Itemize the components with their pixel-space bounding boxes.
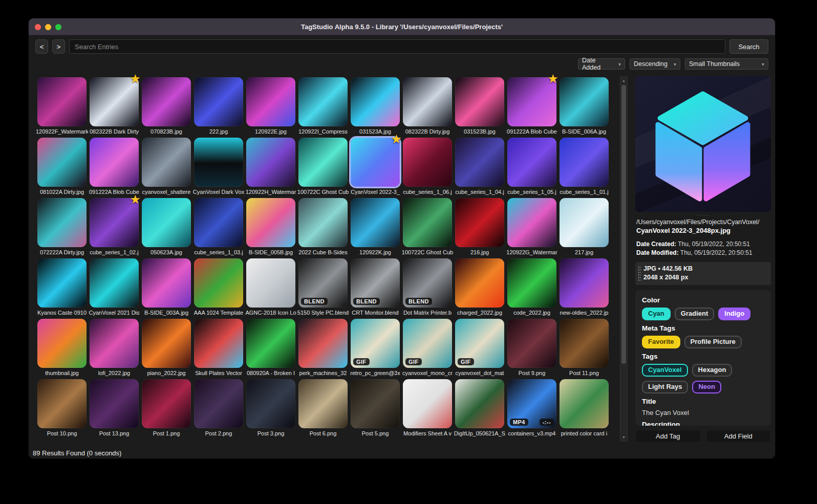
grid-item[interactable]: 081022A Dirty.jpg [37,138,87,198]
thumbnail-image[interactable] [560,198,609,247]
sort-by-dropdown[interactable]: Date Added ▾ [578,58,625,70]
grid-item[interactable]: ★cube_series_1_02.j [90,198,139,258]
grid-item[interactable]: code_2022.jpg [507,258,556,319]
scrollbar-thumb[interactable] [621,85,626,364]
search-button[interactable]: Search [729,39,768,54]
grid-item[interactable]: ★CyanVoxel 2022-3_ [351,138,400,198]
thumbnail-image[interactable] [246,138,295,187]
grid-item[interactable]: 082322B Dirty.jpg [403,77,452,138]
thumbnail-image[interactable] [455,379,504,428]
grid-item[interactable]: B-SIDE_005B.jpg [246,198,295,258]
thumbnail-image[interactable] [455,77,504,126]
thumbnail-image[interactable] [455,258,504,308]
grid-item[interactable]: AGNC-2018 Icon Lo [246,258,295,319]
grid-item[interactable]: cube_series_1_04.j [455,138,504,198]
thumbnail-image[interactable] [142,319,191,368]
grid-item[interactable]: 120922F_Watermark [37,77,87,138]
thumbnail-image[interactable] [298,319,348,368]
grid-item[interactable]: B-SIDE_003A.jpg [142,258,191,319]
thumbnail-image[interactable]: MP4-:-- [507,379,556,428]
grid-item[interactable]: Post 11.png [560,319,609,379]
grid-item[interactable]: GIFcyanvoxel_dot_mat [455,319,504,379]
thumbnail-image[interactable]: GIF [455,319,504,368]
thumbnail-image[interactable] [507,258,556,308]
grid-item[interactable]: lofi_2022.jpg [90,319,139,379]
thumbnail-image[interactable]: ★ [90,198,139,247]
thumbnail-image[interactable] [403,138,452,187]
grid-item[interactable]: 080920A - Broken I [246,319,295,379]
grid-item[interactable]: 050623A.jpg [142,198,191,258]
thumbnail-image[interactable] [194,77,243,126]
thumbnail-image[interactable]: ★ [351,138,400,187]
tag-chip[interactable]: Profile Picture [684,336,742,348]
grid-item[interactable]: printed color card i [560,379,609,440]
thumbnail-size-dropdown[interactable]: Small Thumbnails ▾ [685,58,768,70]
thumbnail-image[interactable] [351,198,400,247]
grid-item[interactable]: Skull Plates Vector [194,319,243,379]
grid-item[interactable]: GIFcyanvoxel_mono_cr [403,319,452,379]
thumbnail-image[interactable] [560,258,609,308]
thumbnail-image[interactable] [142,138,191,187]
tag-chip[interactable]: CyanVoxel [642,364,688,377]
thumbnail-image[interactable] [194,138,243,187]
thumbnail-image[interactable] [142,198,191,247]
grid-item[interactable]: cube_series_1_03.j [194,198,243,258]
thumbnail-image[interactable] [37,319,87,368]
grid-item[interactable]: CyanVoxel Dark Vox [194,138,243,198]
grid-item[interactable]: perk_machines_32 [298,319,348,379]
thumbnail-image[interactable] [37,379,87,428]
tag-chip[interactable]: Light Rays [642,381,688,393]
thumbnail-image[interactable]: BLEND [351,258,400,308]
grid-item[interactable]: 216.jpg [455,198,504,258]
grid-item[interactable]: 091222A Blob Cube [90,138,139,198]
grid-item[interactable]: Post 3.png [246,379,295,440]
tag-chip[interactable]: Favorite [642,336,680,348]
sort-direction-dropdown[interactable]: Descending ▾ [630,58,680,70]
grid-item[interactable]: CyanVoxel 2021 Dis [90,258,139,319]
grid-item[interactable]: 120922G_Watermar [507,198,556,258]
thumbnail-image[interactable] [351,77,400,126]
grid-item[interactable]: 217.jpg [560,198,609,258]
grid-item[interactable]: 222.jpg [194,77,243,138]
thumbnail-image[interactable] [403,198,452,247]
thumbnail-image[interactable] [142,258,191,308]
scroll-down-icon[interactable]: ▼ [620,434,627,441]
tag-chip[interactable]: Gradient [675,308,714,320]
grid-item[interactable]: cyanvoxel_shattere [142,138,191,198]
grid-item[interactable]: Post 9.png [507,319,556,379]
grid-item[interactable]: 072222A Dirty.jpg [37,198,87,258]
thumbnail-image[interactable] [560,379,609,428]
grid-item[interactable]: thumbnail.jpg [37,319,87,379]
thumbnail-image[interactable] [298,77,348,126]
thumbnail-image[interactable] [37,138,87,187]
thumbnail-image[interactable] [246,258,295,308]
add-field-button[interactable]: Add Field [706,430,771,443]
thumbnail-image[interactable]: BLEND [298,258,348,308]
tag-chip[interactable]: Hexagon [692,364,733,377]
grid-item[interactable]: 120922K.jpg [351,198,400,258]
thumbnail-image[interactable] [455,138,504,187]
thumbnail-image[interactable] [142,379,191,428]
grid-item[interactable]: Post 1.png [142,379,191,440]
grid-item[interactable]: Post 6.png [298,379,348,440]
grid-item[interactable]: BLEND5150 Style PC.blend [298,258,348,319]
scroll-up-icon[interactable]: ▲ [620,77,627,84]
thumbnail-image[interactable] [507,138,556,187]
grid-item[interactable]: AAA 1024 Template [194,258,243,319]
grid-item[interactable]: 070823B.jpg [142,77,191,138]
thumbnail-image[interactable] [298,198,348,247]
thumbnail-image[interactable] [37,198,87,247]
close-button[interactable] [35,24,41,30]
grid-item[interactable]: Post 5.png [351,379,400,440]
tag-chip[interactable]: Indigo [718,308,750,320]
grid-item[interactable]: 031523B.jpg [455,77,504,138]
grid-item[interactable]: 120922E.jpg [246,77,295,138]
thumbnail-image[interactable] [455,198,504,247]
drag-grip-icon[interactable] [638,266,641,281]
thumbnail-image[interactable]: GIF [351,319,400,368]
grid-item[interactable]: new-oldies_2022.jp [560,258,609,319]
grid-item[interactable]: charged_2022.jpg [455,258,504,319]
grid-item[interactable]: BLENDCRT Monitor.blend [351,258,400,319]
thumbnail-image[interactable]: GIF [403,319,452,368]
thumbnail-image[interactable] [246,379,295,428]
